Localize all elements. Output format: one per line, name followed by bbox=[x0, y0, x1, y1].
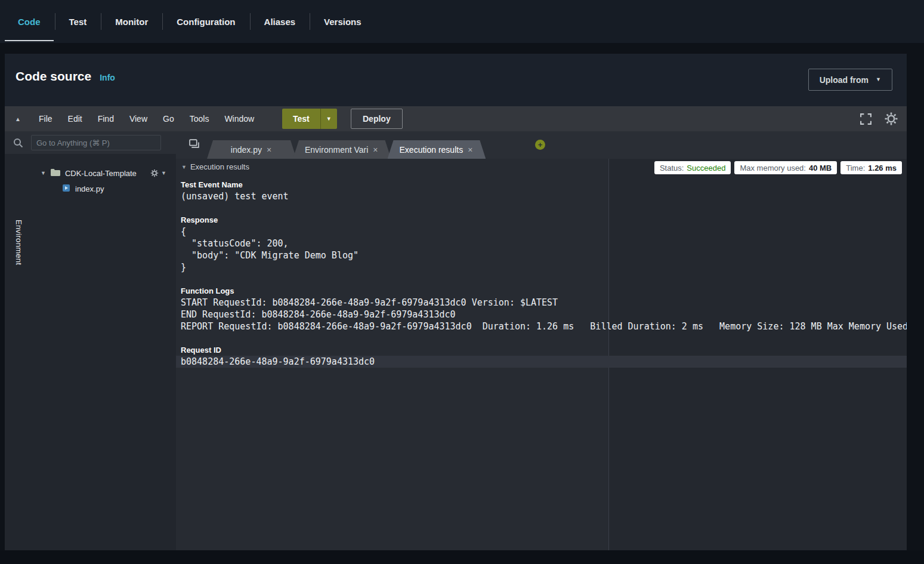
goto-anything-input[interactable] bbox=[31, 135, 161, 150]
fullscreen-icon[interactable] bbox=[860, 113, 872, 125]
request-id-title: Request ID bbox=[181, 344, 907, 356]
folder-icon bbox=[50, 168, 61, 178]
folder-expand-icon[interactable]: ▼ bbox=[41, 170, 46, 176]
settings-gear-icon[interactable] bbox=[884, 112, 898, 126]
response-title: Response bbox=[181, 214, 907, 226]
menu-window[interactable]: Window bbox=[217, 114, 262, 124]
response-line: "statusCode": 200, bbox=[181, 238, 907, 249]
menu-view[interactable]: View bbox=[122, 114, 155, 124]
file-name: index.py bbox=[75, 184, 104, 193]
tab-configuration[interactable]: Configuration bbox=[162, 0, 249, 43]
test-event-name-title: Test Event Name bbox=[181, 179, 907, 190]
close-icon[interactable]: × bbox=[373, 146, 378, 154]
menu-tools[interactable]: Tools bbox=[182, 114, 217, 124]
menu-find[interactable]: Find bbox=[90, 114, 122, 124]
log-line: END RequestId: b0848284-266e-48a9-9a2f-6… bbox=[181, 309, 907, 320]
code-source-panel: Code source Info Upload from ▼ ▲ File Ed… bbox=[5, 54, 907, 550]
test-event-name-value: (unsaved) test event bbox=[181, 190, 907, 202]
editor-tab-indexpy[interactable]: index.py × bbox=[207, 140, 296, 159]
tab-code[interactable]: Code bbox=[4, 0, 55, 43]
editor-tabs: index.py × Environment Vari × Execution … bbox=[207, 140, 482, 159]
tree-folder-row[interactable]: ▼ CDK-Local-Template ▼ bbox=[5, 165, 176, 181]
collapse-caret-icon: ▼ bbox=[181, 164, 187, 170]
editor-area: index.py × Environment Vari × Execution … bbox=[176, 131, 907, 550]
tab-test[interactable]: Test bbox=[55, 0, 101, 43]
response-line: { bbox=[181, 226, 907, 238]
function-logs-title: Function Logs bbox=[181, 285, 907, 297]
status-badge: Status: Succeeded bbox=[654, 161, 731, 174]
editor-menu-bar: ▲ File Edit Find View Go Tools Window Te… bbox=[5, 106, 907, 131]
python-file-icon bbox=[62, 184, 70, 194]
menu-file[interactable]: File bbox=[31, 114, 60, 124]
test-split-button: Test ▼ bbox=[282, 109, 337, 129]
file-explorer-panel: Environment ▼ CDK-Local-Template ▼ bbox=[5, 131, 176, 550]
tab-list-icon[interactable] bbox=[189, 139, 199, 150]
bottom-status-strip bbox=[0, 550, 924, 564]
deploy-button[interactable]: Deploy bbox=[351, 109, 403, 129]
file-tree: Environment ▼ CDK-Local-Template ▼ bbox=[5, 154, 176, 550]
code-source-header: Code source Info Upload from ▼ bbox=[5, 54, 907, 106]
response-line: } bbox=[181, 261, 907, 273]
upload-from-button[interactable]: Upload from ▼ bbox=[808, 69, 892, 91]
tree-file-row[interactable]: index.py bbox=[5, 181, 176, 196]
test-dropdown-icon[interactable]: ▼ bbox=[320, 109, 337, 129]
close-icon[interactable]: × bbox=[468, 146, 472, 154]
response-section: Response { "statusCode": 200, "body": "C… bbox=[181, 214, 907, 273]
page-title: Code source bbox=[16, 69, 91, 84]
tree-settings-button[interactable]: ▼ bbox=[150, 169, 166, 177]
function-tabs-nav: Code Test Monitor Configuration Aliases … bbox=[0, 0, 924, 43]
menu-go[interactable]: Go bbox=[155, 114, 182, 124]
result-badges: Status: Succeeded Max memory used: 40 MB… bbox=[654, 161, 902, 174]
response-line: "body": "CDK Migrate Demo Blog" bbox=[181, 249, 907, 261]
new-tab-button[interactable]: + bbox=[535, 140, 545, 150]
editor-tab-execution-results[interactable]: Execution results × bbox=[388, 140, 486, 159]
request-id-section: Request ID b0848284-266e-48a9-9a2f-6979a… bbox=[181, 344, 907, 368]
test-button[interactable]: Test bbox=[282, 109, 320, 129]
execution-results-pane: ▼ Execution results Status: Succeeded Ma… bbox=[176, 159, 907, 550]
execution-results-content: Test Event Name (unsaved) test event Res… bbox=[176, 175, 907, 368]
request-id-value: b0848284-266e-48a9-9a2f-6979a4313dc0 bbox=[176, 356, 907, 368]
function-logs-section: Function Logs START RequestId: b0848284-… bbox=[181, 285, 907, 332]
tab-monitor[interactable]: Monitor bbox=[101, 0, 162, 43]
menu-edit[interactable]: Edit bbox=[60, 114, 90, 124]
chevron-down-icon: ▼ bbox=[876, 77, 881, 82]
info-link[interactable]: Info bbox=[100, 73, 115, 82]
collapse-pane-icon[interactable]: ▲ bbox=[5, 116, 31, 122]
editor-tab-strip: index.py × Environment Vari × Execution … bbox=[176, 131, 907, 159]
log-line: REPORT RequestId: b0848284-266e-48a9-9a2… bbox=[181, 320, 907, 332]
tree-settings-caret-icon: ▼ bbox=[161, 171, 166, 176]
time-badge: Time: 1.26 ms bbox=[840, 161, 902, 174]
tab-versions[interactable]: Versions bbox=[310, 0, 376, 43]
goto-anything-row bbox=[5, 131, 176, 154]
close-icon[interactable]: × bbox=[267, 146, 271, 154]
editor-tab-environment-variables[interactable]: Environment Vari × bbox=[293, 140, 391, 159]
log-line: START RequestId: b0848284-266e-48a9-9a2f… bbox=[181, 297, 907, 309]
tab-aliases[interactable]: Aliases bbox=[250, 0, 310, 43]
environment-side-tab[interactable]: Environment bbox=[14, 220, 23, 265]
folder-name: CDK-Local-Template bbox=[65, 169, 137, 178]
test-event-section: Test Event Name (unsaved) test event bbox=[181, 179, 907, 202]
memory-badge: Max memory used: 40 MB bbox=[734, 161, 837, 174]
search-icon[interactable] bbox=[5, 138, 31, 148]
